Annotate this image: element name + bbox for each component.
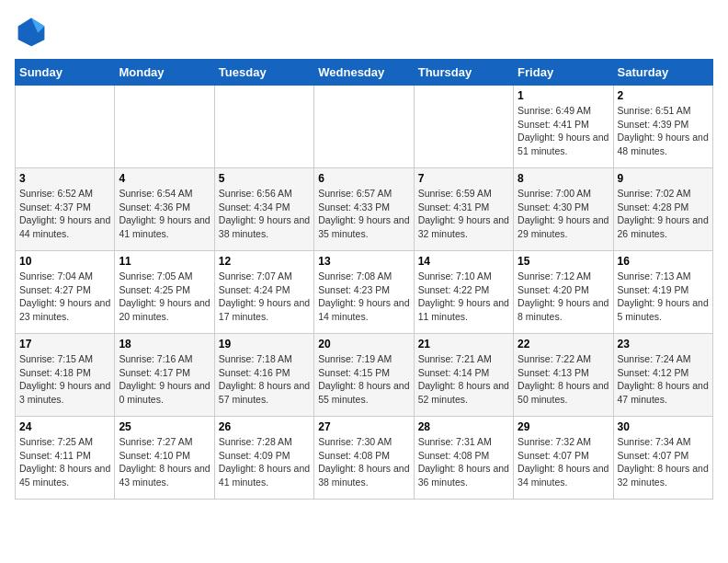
- day-number: 8: [518, 172, 609, 185]
- calendar-cell: 16Sunrise: 7:13 AM Sunset: 4:19 PM Dayli…: [613, 251, 712, 334]
- day-number: 15: [518, 255, 609, 268]
- day-info: Sunrise: 7:24 AM Sunset: 4:12 PM Dayligh…: [618, 352, 709, 407]
- calendar-cell: 28Sunrise: 7:31 AM Sunset: 4:08 PM Dayli…: [414, 417, 513, 500]
- day-info: Sunrise: 7:22 AM Sunset: 4:13 PM Dayligh…: [518, 352, 609, 407]
- day-info: Sunrise: 7:16 AM Sunset: 4:17 PM Dayligh…: [119, 352, 210, 407]
- calendar-cell: [115, 86, 214, 168]
- calendar-cell: 11Sunrise: 7:05 AM Sunset: 4:25 PM Dayli…: [115, 251, 214, 334]
- calendar-cell: 21Sunrise: 7:21 AM Sunset: 4:14 PM Dayli…: [414, 334, 513, 417]
- day-number: 12: [219, 255, 310, 268]
- calendar-cell: 18Sunrise: 7:16 AM Sunset: 4:17 PM Dayli…: [115, 334, 214, 417]
- calendar-cell: 19Sunrise: 7:18 AM Sunset: 4:16 PM Dayli…: [214, 334, 313, 417]
- day-info: Sunrise: 6:51 AM Sunset: 4:39 PM Dayligh…: [618, 104, 709, 158]
- calendar-cell: 27Sunrise: 7:30 AM Sunset: 4:08 PM Dayli…: [314, 417, 414, 500]
- day-number: 21: [418, 338, 509, 350]
- calendar-cell: 1Sunrise: 6:49 AM Sunset: 4:41 PM Daylig…: [514, 86, 613, 168]
- calendar-week-row: 10Sunrise: 7:04 AM Sunset: 4:27 PM Dayli…: [16, 251, 713, 334]
- calendar-week-row: 24Sunrise: 7:25 AM Sunset: 4:11 PM Dayli…: [16, 417, 713, 500]
- day-number: 22: [518, 338, 609, 350]
- calendar-cell: [314, 86, 414, 168]
- day-info: Sunrise: 7:28 AM Sunset: 4:09 PM Dayligh…: [219, 435, 310, 489]
- day-info: Sunrise: 7:32 AM Sunset: 4:07 PM Dayligh…: [518, 435, 609, 489]
- day-info: Sunrise: 7:12 AM Sunset: 4:20 PM Dayligh…: [518, 270, 609, 324]
- calendar-week-row: 1Sunrise: 6:49 AM Sunset: 4:41 PM Daylig…: [16, 86, 713, 168]
- day-of-week-header: Monday: [115, 60, 214, 86]
- day-number: 19: [219, 338, 310, 350]
- day-number: 27: [318, 420, 409, 433]
- day-number: 17: [19, 338, 110, 350]
- day-info: Sunrise: 6:54 AM Sunset: 4:36 PM Dayligh…: [119, 187, 210, 241]
- day-number: 14: [418, 255, 509, 268]
- calendar-cell: 24Sunrise: 7:25 AM Sunset: 4:11 PM Dayli…: [16, 417, 115, 500]
- day-info: Sunrise: 7:15 AM Sunset: 4:18 PM Dayligh…: [19, 352, 110, 407]
- day-info: Sunrise: 7:30 AM Sunset: 4:08 PM Dayligh…: [318, 435, 409, 489]
- svg-marker-0: [18, 18, 45, 47]
- day-number: 28: [418, 420, 509, 433]
- day-number: 23: [618, 338, 709, 350]
- day-info: Sunrise: 7:02 AM Sunset: 4:28 PM Dayligh…: [618, 187, 709, 241]
- calendar-cell: 22Sunrise: 7:22 AM Sunset: 4:13 PM Dayli…: [514, 334, 613, 417]
- day-number: 5: [219, 172, 310, 185]
- calendar-cell: 3Sunrise: 6:52 AM Sunset: 4:37 PM Daylig…: [16, 168, 115, 251]
- day-number: 2: [618, 89, 709, 102]
- day-info: Sunrise: 6:49 AM Sunset: 4:41 PM Dayligh…: [518, 104, 609, 158]
- day-info: Sunrise: 7:00 AM Sunset: 4:30 PM Dayligh…: [518, 187, 609, 241]
- day-info: Sunrise: 7:05 AM Sunset: 4:25 PM Dayligh…: [119, 270, 210, 324]
- calendar-cell: 15Sunrise: 7:12 AM Sunset: 4:20 PM Dayli…: [514, 251, 613, 334]
- calendar-table: SundayMondayTuesdayWednesdayThursdayFrid…: [15, 59, 713, 500]
- day-info: Sunrise: 7:07 AM Sunset: 4:24 PM Dayligh…: [219, 270, 310, 324]
- day-of-week-header: Tuesday: [214, 60, 313, 86]
- day-number: 4: [119, 172, 210, 185]
- day-of-week-header: Sunday: [16, 60, 115, 86]
- day-info: Sunrise: 6:52 AM Sunset: 4:37 PM Dayligh…: [19, 187, 110, 241]
- day-info: Sunrise: 7:18 AM Sunset: 4:16 PM Dayligh…: [219, 352, 310, 407]
- calendar-cell: 20Sunrise: 7:19 AM Sunset: 4:15 PM Dayli…: [314, 334, 414, 417]
- day-number: 29: [518, 420, 609, 433]
- calendar-cell: 5Sunrise: 6:56 AM Sunset: 4:34 PM Daylig…: [214, 168, 313, 251]
- calendar-cell: 25Sunrise: 7:27 AM Sunset: 4:10 PM Dayli…: [115, 417, 214, 500]
- logo: [15, 15, 53, 48]
- day-number: 11: [119, 255, 210, 268]
- calendar-cell: 7Sunrise: 6:59 AM Sunset: 4:31 PM Daylig…: [414, 168, 513, 251]
- calendar-cell: 29Sunrise: 7:32 AM Sunset: 4:07 PM Dayli…: [514, 417, 613, 500]
- page-header: [15, 15, 713, 48]
- calendar-cell: 17Sunrise: 7:15 AM Sunset: 4:18 PM Dayli…: [16, 334, 115, 417]
- day-info: Sunrise: 7:34 AM Sunset: 4:07 PM Dayligh…: [618, 435, 709, 489]
- day-number: 16: [618, 255, 709, 268]
- day-info: Sunrise: 7:27 AM Sunset: 4:10 PM Dayligh…: [119, 435, 210, 489]
- day-of-week-header: Wednesday: [314, 60, 414, 86]
- day-number: 18: [119, 338, 210, 350]
- day-info: Sunrise: 7:10 AM Sunset: 4:22 PM Dayligh…: [418, 270, 509, 324]
- day-info: Sunrise: 7:19 AM Sunset: 4:15 PM Dayligh…: [318, 352, 409, 407]
- day-info: Sunrise: 7:21 AM Sunset: 4:14 PM Dayligh…: [418, 352, 509, 407]
- calendar-week-row: 3Sunrise: 6:52 AM Sunset: 4:37 PM Daylig…: [16, 168, 713, 251]
- calendar-cell: [16, 86, 115, 168]
- calendar-cell: 30Sunrise: 7:34 AM Sunset: 4:07 PM Dayli…: [613, 417, 712, 500]
- day-info: Sunrise: 6:56 AM Sunset: 4:34 PM Dayligh…: [219, 187, 310, 241]
- day-info: Sunrise: 7:31 AM Sunset: 4:08 PM Dayligh…: [418, 435, 509, 489]
- day-number: 1: [518, 89, 609, 102]
- calendar-cell: 23Sunrise: 7:24 AM Sunset: 4:12 PM Dayli…: [613, 334, 712, 417]
- calendar-cell: [214, 86, 313, 168]
- calendar-week-row: 17Sunrise: 7:15 AM Sunset: 4:18 PM Dayli…: [16, 334, 713, 417]
- calendar-cell: 4Sunrise: 6:54 AM Sunset: 4:36 PM Daylig…: [115, 168, 214, 251]
- day-number: 6: [318, 172, 409, 185]
- day-number: 10: [19, 255, 110, 268]
- calendar-cell: 6Sunrise: 6:57 AM Sunset: 4:33 PM Daylig…: [314, 168, 414, 251]
- day-number: 30: [618, 420, 709, 433]
- calendar-cell: 2Sunrise: 6:51 AM Sunset: 4:39 PM Daylig…: [613, 86, 712, 168]
- calendar-cell: 8Sunrise: 7:00 AM Sunset: 4:30 PM Daylig…: [514, 168, 613, 251]
- day-info: Sunrise: 6:57 AM Sunset: 4:33 PM Dayligh…: [318, 187, 409, 241]
- calendar-cell: 12Sunrise: 7:07 AM Sunset: 4:24 PM Dayli…: [214, 251, 313, 334]
- day-of-week-header: Saturday: [613, 60, 712, 86]
- day-number: 26: [219, 420, 310, 433]
- day-number: 7: [418, 172, 509, 185]
- day-info: Sunrise: 7:04 AM Sunset: 4:27 PM Dayligh…: [19, 270, 110, 324]
- logo-icon: [15, 15, 48, 48]
- day-number: 24: [19, 420, 110, 433]
- day-number: 25: [119, 420, 210, 433]
- day-number: 9: [618, 172, 709, 185]
- day-info: Sunrise: 6:59 AM Sunset: 4:31 PM Dayligh…: [418, 187, 509, 241]
- calendar-cell: [414, 86, 513, 168]
- calendar-cell: 26Sunrise: 7:28 AM Sunset: 4:09 PM Dayli…: [214, 417, 313, 500]
